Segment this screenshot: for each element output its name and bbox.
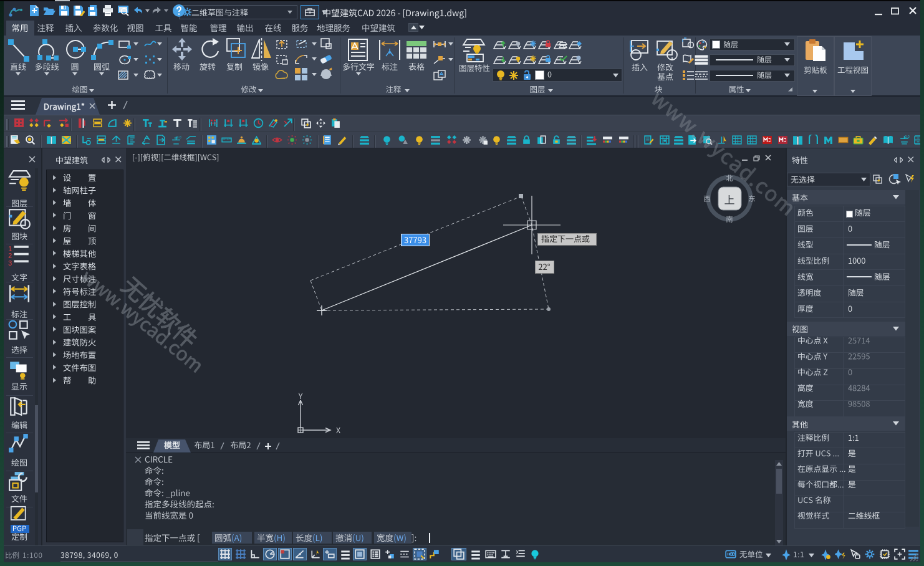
svg-text:3: 3 [8, 259, 12, 267]
svg-text:2: 2 [8, 252, 12, 259]
svg-text:0.0: 0.0 [177, 135, 181, 139]
svg-text:0.0: 0.0 [905, 135, 910, 138]
svg-text:1: 1 [8, 245, 12, 252]
